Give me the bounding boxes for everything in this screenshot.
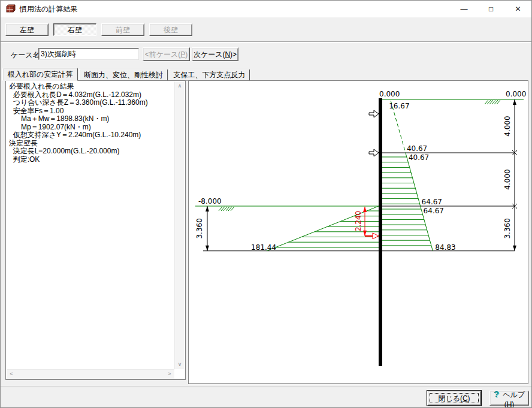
case-name-label: ケース名: [11, 50, 40, 61]
minimize-button[interactable]: —: [451, 1, 477, 17]
svg-text:-8.000: -8.000: [198, 197, 222, 205]
svg-text:40.67: 40.67: [407, 144, 427, 153]
app-window: 慣用法の計算結果 — □ ✕ 左壁 右壁 前壁 後壁 ケース名 <前ケース(P)…: [0, 0, 532, 408]
svg-text:16.67: 16.67: [389, 102, 409, 110]
vertical-scrollbar[interactable]: ∧ ∨: [174, 81, 185, 369]
svg-text:3.360: 3.360: [195, 218, 204, 238]
front-wall-button: 前壁: [101, 23, 144, 36]
maximize-button[interactable]: □: [477, 1, 504, 17]
svg-text:40.67: 40.67: [409, 153, 429, 162]
back-wall-button: 後壁: [149, 23, 192, 36]
right-wall-button[interactable]: 右壁: [53, 23, 96, 36]
tab-support-reaction[interactable]: 支保工、下方支点反力: [169, 69, 250, 81]
svg-text:4.000: 4.000: [503, 169, 512, 189]
diagram-panel: 0.0000.000-8.00016.6740.6740.6764.6764.6…: [188, 80, 528, 384]
results-panel: 必要根入れ長の結果 必要根入れ長D＝4.032m(G.L.-12.032m) つ…: [5, 80, 186, 380]
svg-text:84.83: 84.83: [435, 243, 455, 252]
help-icon: ?: [494, 388, 499, 398]
app-icon: [6, 4, 16, 14]
results-text: 必要根入れ長の結果 必要根入れ長D＝4.032m(G.L.-12.032m) つ…: [9, 83, 173, 367]
scroll-up-icon[interactable]: ∧: [175, 81, 185, 90]
title-bar: 慣用法の計算結果 — □ ✕: [1, 1, 531, 17]
toolbar-separator: [1, 41, 531, 43]
close-window-button[interactable]: ✕: [504, 1, 531, 17]
svg-text:64.67: 64.67: [422, 198, 442, 206]
tab-strip: 根入れ部の安定計算 断面力、変位、剛性検討 支保工、下方支点反力: [2, 68, 251, 81]
prev-case-button: <前ケース(P): [143, 47, 190, 61]
next-case-button[interactable]: 次ケース(N)>: [192, 47, 238, 61]
close-button[interactable]: 閉じる(C): [427, 391, 481, 406]
horizontal-scrollbar[interactable]: < >: [7, 369, 174, 379]
svg-text:0.000: 0.000: [506, 90, 526, 98]
case-name-input[interactable]: [38, 48, 139, 60]
scroll-left-icon[interactable]: <: [7, 370, 16, 379]
tab-embedment-stability[interactable]: 根入れ部の安定計算: [2, 68, 78, 81]
tab-section-force[interactable]: 断面力、変位、剛性検討: [79, 69, 168, 81]
left-wall-button[interactable]: 左壁: [5, 23, 49, 36]
help-button[interactable]: ?ヘルプ(H): [489, 391, 529, 406]
scroll-down-icon[interactable]: ∨: [175, 360, 185, 369]
svg-text:3.360: 3.360: [503, 218, 512, 238]
svg-text:2.240: 2.240: [354, 211, 362, 231]
svg-text:4.000: 4.000: [503, 116, 512, 136]
window-title: 慣用法の計算結果: [20, 1, 77, 17]
scroll-right-icon[interactable]: >: [165, 370, 174, 379]
svg-text:0.000: 0.000: [379, 90, 400, 98]
svg-text:181.44: 181.44: [251, 243, 276, 252]
footer-separator: [1, 386, 531, 387]
earth-pressure-diagram: 0.0000.000-8.00016.6740.6740.6764.6764.6…: [189, 81, 528, 383]
svg-text:64.67: 64.67: [424, 207, 444, 215]
